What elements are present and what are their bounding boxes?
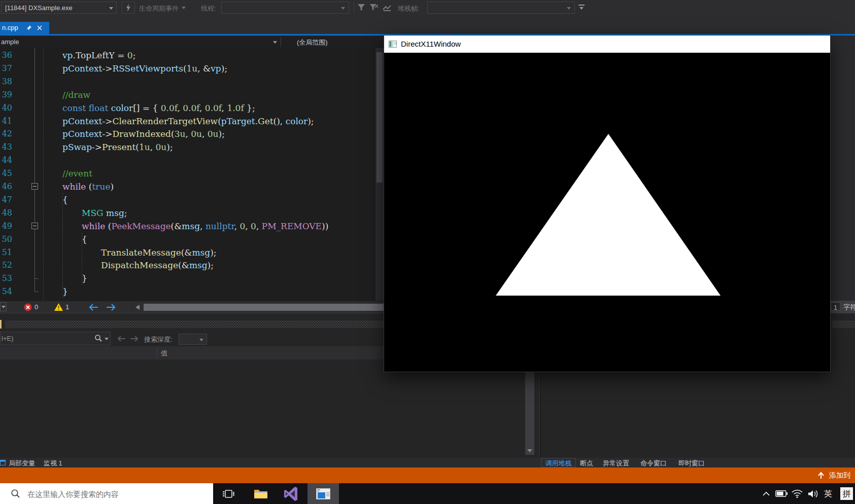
window-icon [0, 460, 6, 465]
taskbar-search-box[interactable] [0, 483, 213, 504]
line-number: 51 [0, 246, 12, 259]
fold-corner-tick [35, 292, 39, 292]
code-text-area[interactable]: 3637383940414243444546474849505152535455… [0, 48, 375, 301]
dx-window-titlebar[interactable]: DirectX11Window [384, 35, 830, 53]
search-depth-combo[interactable] [179, 334, 207, 345]
close-icon[interactable] [37, 25, 42, 30]
wifi-icon[interactable] [792, 490, 803, 498]
process-combo[interactable]: [11844] DXSample.exe [1, 2, 117, 14]
callstack-dotted-row [832, 320, 855, 328]
language-indicator[interactable]: 英 [824, 489, 832, 499]
code-line [43, 75, 62, 88]
line-number: 44 [0, 154, 12, 167]
tab-label: n.cpp [2, 24, 18, 31]
lifecycle-chevron-icon[interactable] [182, 7, 186, 9]
code-line: //draw [43, 88, 90, 101]
edit-caret [0, 320, 2, 329]
tab-exception-settings[interactable]: 异常设置 [603, 459, 629, 468]
code-line: pContext->DrawIndexed(3u, 0u, 0u); [43, 127, 225, 140]
search-back-icon[interactable] [117, 336, 126, 342]
warning-count[interactable]: 1 [65, 303, 69, 311]
flatten-callstack-icon[interactable] [383, 5, 392, 12]
process-combo-value: [11844] DXSample.exe [5, 4, 73, 12]
scope-dropdown[interactable]: (全局范围) [297, 38, 328, 47]
search-icon[interactable] [95, 335, 102, 342]
lightning-icon [125, 4, 131, 12]
fold-corner-tick [35, 278, 39, 279]
windows-taskbar: 英 拼 [0, 483, 855, 504]
error-icon[interactable] [24, 303, 32, 311]
right-panel-count: 1 [834, 304, 837, 311]
health-options-combo[interactable] [0, 302, 7, 311]
thread-label: 线程: [201, 4, 216, 13]
directx11-window[interactable]: DirectX11Window [384, 35, 831, 372]
warning-icon[interactable] [54, 303, 63, 311]
editor-vertical-scrollbar[interactable] [375, 48, 384, 301]
filter-clear-icon[interactable] [369, 4, 379, 12]
task-view-icon[interactable] [222, 489, 234, 499]
scrollbar-thumb[interactable] [377, 52, 383, 183]
tab-command-window[interactable]: 命令窗口 [640, 459, 667, 468]
code-line: pContext->ClearRenderTargetView(pTarget.… [43, 115, 314, 128]
ime-mode-indicator[interactable]: 拼 [840, 487, 853, 500]
visual-studio-icon[interactable] [284, 487, 299, 501]
error-count[interactable]: 0 [35, 303, 38, 311]
code-line: pContext->RSSetViewports(1u, &vp); [43, 62, 227, 75]
right-panel-count-box: 1 [831, 302, 840, 311]
up-arrow-icon [818, 472, 824, 479]
watch-search-text: l+E) [2, 335, 13, 342]
chevron-down-icon[interactable] [567, 7, 571, 10]
volume-icon[interactable] [808, 490, 819, 498]
chevron-down-icon[interactable] [109, 7, 113, 10]
taskbar-search-input[interactable] [26, 487, 206, 500]
battery-icon[interactable] [775, 490, 788, 497]
pin-icon[interactable] [26, 25, 32, 31]
chevron-down-icon[interactable] [341, 7, 345, 10]
taskbar-app-button[interactable] [307, 483, 339, 504]
line-number: 43 [0, 140, 12, 154]
stackframe-combo[interactable] [427, 2, 575, 14]
tab-locals[interactable]: 局部变量 [9, 459, 35, 468]
status-bar: 添加到 [0, 467, 855, 483]
tab-main-cpp[interactable]: n.cpp [0, 22, 49, 34]
hscroll-thumb[interactable] [144, 304, 384, 311]
line-number: 38 [0, 75, 12, 88]
project-dropdown[interactable]: ample [1, 38, 19, 46]
tray-chevron-icon[interactable] [762, 491, 770, 496]
chevron-down-icon[interactable] [199, 339, 203, 341]
file-explorer-icon[interactable] [254, 488, 268, 499]
fold-collapse-box[interactable] [31, 223, 38, 229]
watch-search-box[interactable]: l+E) [0, 332, 111, 345]
line-number: 49 [0, 220, 12, 233]
tab-callstack[interactable]: 调用堆栈 [541, 458, 576, 467]
navigate-forward-icon[interactable] [106, 304, 116, 311]
code-line: } [43, 285, 68, 298]
toolbar-overflow-icon[interactable] [578, 5, 585, 11]
filter-threads-icon[interactable] [357, 4, 365, 12]
search-forward-icon[interactable] [130, 336, 139, 342]
hscroll-left-arrow[interactable] [135, 305, 140, 310]
fold-extent-line [35, 190, 35, 223]
right-panel-sliver [830, 35, 855, 301]
line-number: 48 [0, 206, 12, 220]
value-column-header[interactable]: 值 [161, 349, 167, 358]
lifecycle-events-label[interactable]: 生命周期事件 [139, 4, 179, 13]
fold-collapse-box[interactable] [31, 183, 38, 190]
lifecycle-events-button[interactable] [122, 2, 135, 14]
tab-immediate-window[interactable]: 即时窗口 [678, 459, 705, 468]
status-right-text[interactable]: 添加到 [829, 471, 850, 480]
line-number: 40 [0, 101, 12, 115]
rendered-triangle [384, 53, 830, 372]
navigate-back-icon[interactable] [88, 304, 98, 311]
search-options-chevron-icon[interactable] [105, 338, 109, 340]
line-number: 36 [0, 49, 12, 62]
document-health-bar: 0 1 [0, 301, 384, 313]
scrollbar-down-arrow[interactable] [525, 446, 534, 455]
line-number: 37 [0, 62, 12, 75]
tab-watch1[interactable]: 监视 1 [44, 459, 62, 468]
tab-breakpoints[interactable]: 断点 [580, 459, 593, 468]
chevron-down-icon[interactable] [273, 41, 277, 44]
fold-extent-line [35, 48, 35, 183]
code-line: { [43, 193, 68, 206]
thread-combo[interactable] [221, 2, 349, 14]
